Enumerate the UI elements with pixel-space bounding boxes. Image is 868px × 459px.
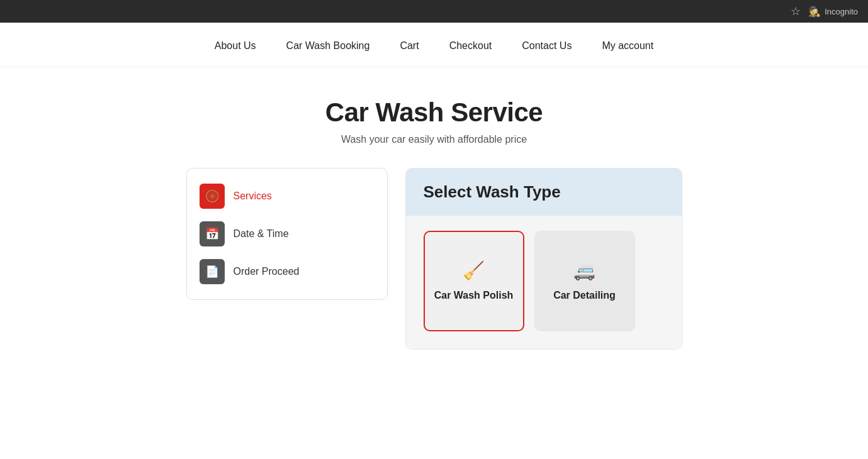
sidebar: 🛞Services📅Date & Time📄Order Proceed [186,168,388,300]
hero-section: Car Wash Service Wash your car easily wi… [0,67,868,168]
nav-item-car-wash-booking[interactable]: Car Wash Booking [286,40,370,52]
wash-panel-title: Select Wash Type [424,182,664,202]
wash-option-car-detailing[interactable]: 🚐Car Detailing [534,231,635,331]
sidebar-label-date-time: Date & Time [234,228,289,240]
sidebar-item-services[interactable]: 🛞Services [200,184,375,209]
wash-option-label-car-wash-polish: Car Wash Polish [434,289,514,302]
nav-item-checkout[interactable]: Checkout [449,40,492,52]
incognito-indicator: 🕵 Incognito [808,6,858,18]
wash-option-car-wash-polish[interactable]: 🧹Car Wash Polish [424,231,524,331]
page-subtitle: Wash your car easily with affordable pri… [0,134,868,145]
wash-panel: Select Wash Type 🧹Car Wash Polish🚐Car De… [405,168,682,350]
sidebar-item-order-proceed[interactable]: 📄Order Proceed [200,259,375,284]
nav-item-my-account[interactable]: My account [602,40,653,52]
star-icon[interactable]: ☆ [791,4,801,18]
nav-item-cart[interactable]: Cart [400,40,419,52]
nav-item-contact-us[interactable]: Contact Us [522,40,572,52]
sidebar-icon-order-proceed: 📄 [200,259,225,284]
sidebar-icon-services: 🛞 [200,184,225,209]
wash-option-icon-car-wash-polish: 🧹 [463,260,485,282]
incognito-icon: 🕵 [808,6,821,18]
page-title: Car Wash Service [0,97,868,128]
browser-bar: ☆ 🕵 Incognito [0,0,868,23]
main-content: 🛞Services📅Date & Time📄Order Proceed Sele… [57,168,812,387]
main-nav: About UsCar Wash BookingCartCheckoutCont… [0,23,868,67]
wash-option-label-car-detailing: Car Detailing [553,289,616,302]
wash-option-icon-car-detailing: 🚐 [573,260,595,282]
wash-panel-header: Select Wash Type [406,169,682,216]
wash-panel-body: 🧹Car Wash Polish🚐Car Detailing [406,216,682,349]
sidebar-item-date-time[interactable]: 📅Date & Time [200,221,375,246]
incognito-label: Incognito [825,7,858,16]
sidebar-label-order-proceed: Order Proceed [234,266,300,277]
sidebar-label-services: Services [234,191,272,202]
nav-item-about-us[interactable]: About Us [215,40,256,52]
sidebar-icon-date-time: 📅 [200,221,225,246]
